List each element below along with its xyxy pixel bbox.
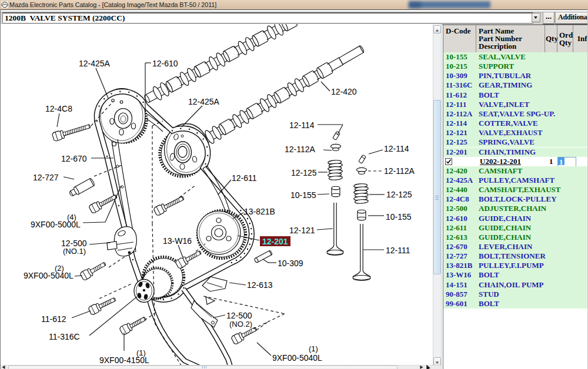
svg-text:12-727: 12-727 [33,173,59,182]
svg-text:10-309: 10-309 [278,259,303,268]
svg-text:12-670: 12-670 [61,154,87,163]
svg-text:12-114: 12-114 [289,120,315,130]
svg-text:10-155: 10-155 [290,190,316,200]
svg-text:9XF00-5040L: 9XF00-5040L [24,271,74,280]
svg-text:12-500: 12-500 [226,311,252,320]
svg-text:12-4C8: 12-4C8 [45,104,72,113]
svg-text:12-125: 12-125 [386,190,412,199]
svg-text:9XF00-4150L: 9XF00-4150L [99,355,149,365]
svg-text:12-112A: 12-112A [285,145,316,154]
svg-text:9XF00-5040L: 9XF00-5040L [272,353,322,363]
svg-text:12-611: 12-611 [232,173,257,183]
svg-text:12-125: 12-125 [291,168,317,177]
svg-text:12-201: 12-201 [262,237,288,246]
svg-text:12-425A: 12-425A [188,97,220,106]
svg-text:11-316C: 11-316C [49,332,80,341]
svg-text:10-155: 10-155 [386,212,412,222]
svg-text:13-W16: 13-W16 [163,236,192,246]
svg-text:12-114: 12-114 [384,144,409,153]
svg-text:12-112A: 12-112A [384,166,415,176]
svg-text:12-425A: 12-425A [79,59,111,68]
svg-text:(1): (1) [309,344,318,353]
svg-text:12-420: 12-420 [331,87,357,96]
svg-text:12-610: 12-610 [152,59,178,68]
svg-text:13-821B: 13-821B [244,207,275,216]
svg-text:11-612: 11-612 [41,314,66,324]
svg-text:9XF00-5000L: 9XF00-5000L [31,220,81,229]
svg-text:12-121: 12-121 [289,226,315,235]
svg-text:12-613: 12-613 [247,280,273,290]
svg-text:12-111: 12-111 [386,246,410,255]
svg-text:(NO.1): (NO.1) [63,247,86,256]
svg-text:(NO.2): (NO.2) [229,320,252,328]
